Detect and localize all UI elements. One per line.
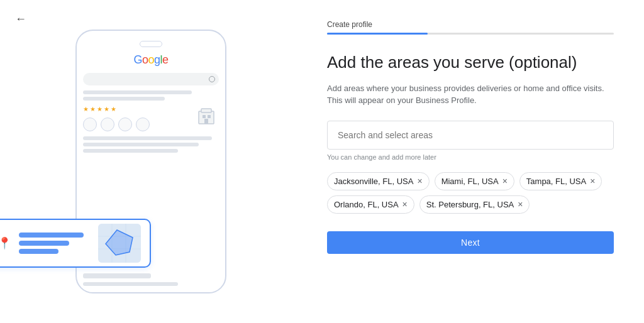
phone-action-icon-3: [118, 118, 132, 131]
tag-remove-button[interactable]: ×: [402, 200, 408, 209]
phone-lines-1: [83, 90, 219, 101]
google-logo: Google: [133, 53, 168, 67]
phone-camera: [140, 41, 162, 47]
tags-area: Jacksonville, FL, USA×Miami, FL, USA×Tam…: [327, 172, 614, 214]
building-icon: [196, 106, 216, 126]
search-input[interactable]: [327, 121, 614, 150]
phone-search-bar: [83, 73, 219, 85]
phone-bottom-lines: [77, 273, 225, 292]
phone-lines-2: [83, 136, 219, 153]
progress-label: Create profile: [327, 20, 614, 29]
tag-label: Jacksonville, FL, USA: [334, 177, 413, 186]
tag-item: Jacksonville, FL, USA×: [327, 172, 430, 190]
search-input-wrapper: [327, 121, 614, 150]
map-thumbnail: [98, 224, 141, 263]
tag-remove-button[interactable]: ×: [590, 177, 595, 185]
page-description: Add areas where your business provides d…: [327, 82, 614, 107]
tag-label: St. Petersburg, FL, USA: [426, 200, 514, 209]
svg-rect-3: [204, 119, 208, 124]
tag-item: Tampa, FL, USA×: [519, 172, 602, 190]
phone-action-icons: [83, 118, 150, 131]
right-panel: Create profile Add the areas you serve (…: [302, 0, 644, 323]
phone-action-icon-1: [83, 118, 97, 131]
phone-stars: ★ ★ ★ ★ ★: [83, 106, 116, 112]
tag-label: Miami, FL, USA: [441, 177, 499, 186]
location-pin-icon: 📍: [0, 236, 11, 250]
tag-remove-button[interactable]: ×: [417, 177, 422, 185]
left-panel: ← Google ★ ★ ★ ★ ★: [0, 0, 302, 323]
svg-rect-1: [203, 115, 206, 118]
svg-rect-4: [201, 109, 211, 112]
tag-item: Orlando, FL, USA×: [327, 195, 414, 214]
tag-remove-button[interactable]: ×: [502, 177, 508, 185]
highlight-card: 📍: [0, 219, 151, 268]
progress-area: Create profile: [327, 20, 614, 35]
phone-action-icon-2: [101, 118, 114, 131]
back-button[interactable]: ←: [15, 13, 26, 26]
search-hint: You can change and add more later: [327, 153, 614, 161]
tag-label: Orlando, FL, USA: [334, 200, 399, 209]
progress-bar-track: [327, 33, 614, 35]
card-text-lines: [19, 233, 91, 254]
tag-item: St. Petersburg, FL, USA×: [419, 195, 530, 214]
page-title: Add the areas you serve (optional): [327, 52, 614, 74]
tag-item: Miami, FL, USA×: [435, 172, 514, 190]
svg-rect-2: [208, 115, 211, 118]
phone-search-icon: [209, 76, 215, 82]
phone-action-icon-4: [136, 118, 150, 131]
next-button[interactable]: Next: [327, 231, 614, 254]
tag-label: Tampa, FL, USA: [526, 177, 586, 186]
tag-remove-button[interactable]: ×: [518, 200, 523, 209]
progress-bar-fill: [327, 33, 428, 35]
